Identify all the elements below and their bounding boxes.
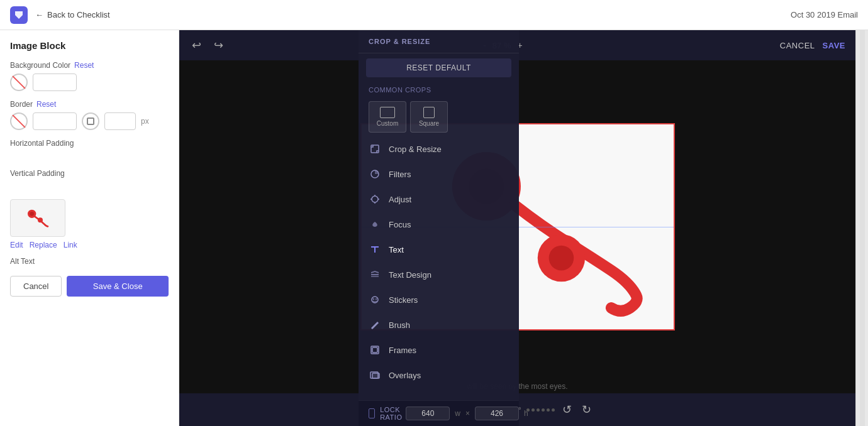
tool-menu-overlay: CROP & RESIZE RESET DEFAULT COMMON CROPS… [359, 30, 519, 426]
svg-rect-23 [372, 347, 377, 352]
editor-save-button[interactable]: SAVE [823, 41, 845, 50]
back-link[interactable]: ← Back to Checklist [35, 10, 110, 19]
width-input[interactable] [406, 407, 450, 420]
logo-icon [10, 6, 28, 24]
alt-text-label: Alt Text [10, 257, 169, 266]
edit-link[interactable]: Edit [10, 241, 23, 249]
overlays-icon [369, 369, 381, 381]
menu-item-stickers[interactable]: Stickers [359, 287, 519, 312]
common-crops-label: COMMON CROPS [359, 82, 519, 97]
border-px-label: px [141, 117, 149, 126]
menu-item-brush[interactable]: Brush [359, 312, 519, 337]
menu-item-crop-resize[interactable]: Crop & Resize [359, 136, 519, 161]
redo-icon: ↪ [214, 39, 223, 52]
brush-icon [369, 319, 381, 331]
svg-point-21 [376, 298, 377, 300]
rotate-left-button[interactable]: ↺ [560, 400, 574, 419]
border-px-input[interactable]: 0 [104, 112, 136, 130]
menu-item-filters[interactable]: Filters [359, 161, 519, 187]
svg-point-8 [548, 246, 574, 271]
text-design-icon [369, 268, 381, 281]
crop-square[interactable]: Square [410, 101, 448, 133]
crop-options-area: Custom Square [359, 97, 519, 136]
bg-color-reset[interactable]: Reset [74, 61, 94, 70]
panel-title: Image Block [10, 40, 169, 51]
crop-square-label: Square [419, 120, 439, 127]
menu-item-adjust[interactable]: Adjust [359, 187, 519, 212]
horiz-padding-row [10, 150, 169, 160]
link-link[interactable]: Link [64, 241, 77, 249]
menu-item-overlays[interactable]: Overlays [359, 363, 519, 388]
text-icon [369, 243, 381, 256]
menu-item-text[interactable]: Text [359, 237, 519, 262]
dot-r2 [531, 408, 535, 412]
adjust-icon [369, 193, 381, 205]
dot-indicator-right [526, 408, 555, 412]
svg-point-3 [38, 217, 43, 222]
border-no-fill-icon[interactable] [10, 112, 28, 130]
no-fill-icon[interactable] [10, 74, 28, 91]
menu-item-text-design[interactable]: Text Design [359, 262, 519, 287]
dim-h-label: h [524, 409, 528, 418]
bg-color-input[interactable] [33, 74, 77, 91]
right-sidebar [855, 30, 868, 426]
vert-padding-row [10, 180, 169, 190]
lock-ratio-label: LOCK RATIO [380, 406, 406, 421]
stickers-icon [369, 293, 381, 306]
undo-icon: ↩ [192, 39, 201, 52]
undo-button[interactable]: ↩ [189, 36, 204, 55]
replace-link[interactable]: Replace [30, 241, 57, 249]
frames-icon [369, 344, 381, 356]
svg-point-20 [373, 298, 374, 300]
border-style-icon[interactable] [82, 112, 99, 130]
svg-point-2 [30, 212, 34, 216]
crop-custom-label: Custom [377, 120, 398, 127]
bg-color-row [10, 74, 169, 91]
lock-ratio-checkbox[interactable] [369, 408, 375, 418]
filters-icon [369, 168, 381, 180]
brush-label: Brush [389, 320, 410, 330]
dot-r5 [547, 408, 550, 412]
main-layout: Image Block Background Color Reset Borde… [0, 30, 868, 426]
menu-item-frames[interactable]: Frames [359, 337, 519, 363]
svg-rect-25 [372, 373, 379, 378]
dot-r6 [552, 408, 555, 412]
center-area: ↩ ↪ - 87 % + CANCEL SAVE [179, 30, 855, 426]
height-input[interactable] [475, 407, 519, 420]
cancel-button[interactable]: Cancel [10, 276, 62, 297]
crop-custom-shape [380, 107, 395, 118]
svg-rect-12 [371, 145, 379, 153]
back-link-label: Back to Checklist [47, 10, 110, 19]
thumbnail-actions: Edit Replace Link [10, 241, 169, 249]
border-reset[interactable]: Reset [36, 100, 56, 109]
crop-square-shape [423, 107, 435, 118]
overlays-label: Overlays [389, 371, 421, 380]
border-color-input[interactable] [33, 112, 77, 130]
crop-resize-icon [369, 143, 381, 155]
rotate-left-icon: ↺ [562, 403, 572, 417]
reset-default-button[interactable]: RESET DEFAULT [366, 58, 511, 77]
scrollbar-track[interactable] [860, 30, 865, 426]
thumbnail-image [10, 199, 65, 237]
text-label: Text [389, 245, 404, 254]
lock-ratio-section: LOCK RATIO [369, 406, 406, 421]
editor-top-left: ↩ ↪ [189, 36, 226, 55]
thumbnail-phone-svg [19, 205, 57, 231]
menu-item-focus[interactable]: Focus [359, 212, 519, 237]
back-arrow-icon: ← [35, 10, 43, 19]
dimensions-inputs: w × h [406, 407, 528, 420]
border-field-label: Border Reset [10, 100, 169, 109]
redo-button[interactable]: ↪ [211, 36, 226, 55]
top-bar: ← Back to Checklist Oct 30 2019 Email [0, 0, 868, 30]
date-label: Oct 30 2019 Email [791, 10, 858, 19]
horiz-padding-label: Horizontal Padding [10, 139, 169, 148]
editor-cancel-button[interactable]: CANCEL [780, 41, 815, 50]
save-close-button[interactable]: Save & Close [67, 276, 169, 297]
left-panel: Image Block Background Color Reset Borde… [0, 30, 179, 426]
rotate-right-button[interactable]: ↻ [579, 400, 594, 419]
crop-custom[interactable]: Custom [369, 101, 406, 133]
vert-padding-label: Vertical Padding [10, 169, 169, 178]
menu-top-bar-label: CROP & RESIZE [359, 30, 519, 53]
dim-x-label: w [455, 409, 460, 418]
focus-label: Focus [389, 220, 411, 229]
